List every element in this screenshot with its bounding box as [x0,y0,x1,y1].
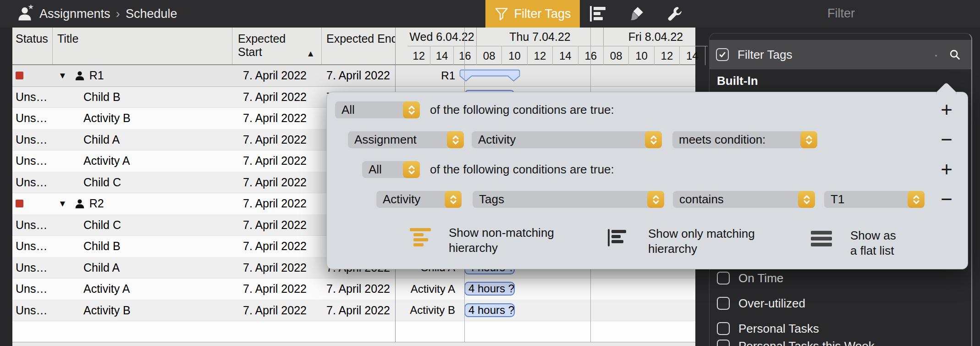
chevron-up-down-icon[interactable] [908,191,925,208]
add-condition-button[interactable]: + [936,158,957,180]
row-title: Activity A [53,154,130,167]
cell-title: Child C [53,215,232,236]
chevron-up-down-icon[interactable] [403,161,420,178]
gantt-hour-label: 16 [705,46,708,65]
condition-select[interactable]: All [335,101,420,118]
condition-row-text: of the following conditions are true: [430,101,614,118]
display-option-only-matching[interactable]: Show only matching hierarchy [608,229,755,257]
sidebar-filter-item[interactable]: On Time [710,268,971,288]
filter-tags-checkbox[interactable] [716,48,729,61]
remove-condition-button[interactable]: − [936,188,957,210]
breadcrumb[interactable]: ★ Assignments › Schedule [17,0,177,28]
condition-select[interactable]: Activity [376,191,462,208]
sidebar-filter-item[interactable]: Over-utilized [710,293,971,313]
condition-select[interactable]: T1 [824,191,925,208]
cell-expected-start: 7. April 2022 [232,172,322,193]
disclosure-triangle-icon[interactable]: ▼ [58,71,67,81]
status-text: Uns… [16,154,47,167]
cell-gantt: Activity B4 hours ? [395,300,695,321]
chevron-up-down-icon[interactable] [403,101,420,118]
cell-expected-end: 7. April 2022 [322,300,395,321]
checkmark-icon [718,50,727,59]
person-icon [75,71,85,81]
cell-title: Activity B [53,300,232,321]
row-title: R2 [89,197,104,210]
chevron-up-down-icon[interactable] [800,131,817,148]
gantt-row-label: Activity B [395,300,460,321]
section-heading-built-in: Built-In [717,74,758,88]
display-option-label: Show as a flat list [850,228,896,258]
wrench-glyph [666,6,683,22]
select-value: T1 [824,192,908,206]
display-option-flat-list[interactable]: Show as a flat list [811,231,896,258]
column-header-title[interactable]: Title [53,28,232,64]
display-option-non-matching[interactable]: Show non-matching hierarchy [410,228,554,256]
cell-expected-start: 7. April 2022 [232,65,322,86]
horizontal-scrollbar-track[interactable] [12,342,695,346]
column-header-status[interactable]: Status [12,28,53,64]
status-text: Uns… [16,90,47,104]
condition-select[interactable]: Assignment [348,131,464,148]
sidebar-filter-item[interactable]: Personal Tasks this Week [710,336,971,346]
summary-bar[interactable] [459,69,520,84]
gantt-day-label: Thu 7.04.22 [477,28,604,46]
column-header-expected-end[interactable]: Expected End [322,28,395,64]
row-title: R1 [89,69,104,82]
chevron-up-down-icon[interactable] [445,191,462,208]
gantt-hour-label: 12 [528,46,553,65]
table-row[interactable]: Uns…Activity B7. April 20227. April 2022… [12,300,695,322]
chevron-up-down-icon[interactable] [447,131,464,148]
breadcrumb-item-schedule[interactable]: Schedule [126,7,177,21]
condition-select[interactable]: meets condition: [672,131,817,148]
filter-item-label: Personal Tasks [738,322,819,336]
cell-gantt: Activity A4 hours ? [395,279,695,300]
cell-status [12,193,53,214]
chevron-up-down-icon[interactable] [645,131,662,148]
hierarchy-icon[interactable] [585,0,611,28]
select-value: All [335,103,403,117]
cell-title: Activity A [53,151,232,172]
table-row[interactable]: ▼R17. April 20227. April 2022R1 [12,65,695,87]
row-title: Child C [53,218,121,232]
filter-item-checkbox[interactable] [717,340,730,346]
filter-item-checkbox[interactable] [717,272,730,285]
task-bar[interactable]: 4 hours ? [464,282,515,296]
chevron-up-down-icon[interactable] [647,191,664,208]
gantt-hour-label: 12 [655,46,680,65]
row-title: Child A [53,261,120,274]
filter-tags-panel-header[interactable]: Filter Tags · [710,40,971,69]
breadcrumb-item-assignments[interactable]: Assignments [39,7,110,21]
remove-condition-button[interactable]: − [936,128,957,151]
chevron-up-down-icon[interactable] [798,191,815,208]
row-title: Activity A [53,282,130,296]
sort-ascending-icon[interactable]: ▲ [306,47,315,60]
condition-select[interactable]: Tags [473,191,664,208]
cell-status: Uns… [12,108,53,129]
cell-title: Activity B [53,108,232,129]
column-header-expected-start[interactable]: Expected Start ▲ [232,28,322,64]
cell-expected-start: 7. April 2022 [232,151,322,172]
task-bar[interactable]: 4 hours ? [464,303,515,317]
funnel-icon [494,6,509,21]
search-icon[interactable] [948,48,961,61]
condition-row-text: of the following conditions are true: [430,161,614,178]
add-condition-button[interactable]: + [936,99,957,121]
condition-select[interactable]: contains [673,191,815,208]
display-option-label: Show only matching hierarchy [648,226,755,257]
condition-select[interactable]: Activity [472,131,662,148]
filter-tags-button[interactable]: Filter Tags [485,0,580,28]
disclosure-triangle-icon[interactable]: ▼ [58,199,67,209]
brush-icon[interactable] [623,0,649,28]
filter-item-checkbox[interactable] [717,297,730,310]
filter-item-checkbox[interactable] [717,322,730,335]
table-row[interactable]: Uns…Activity A7. April 20227. April 2022… [12,279,695,300]
cell-title: Child C [53,172,232,193]
cell-title: Child B [53,87,232,108]
condition-select[interactable]: All [362,161,420,178]
status-text: Uns… [16,261,47,274]
cell-expected-start: 7. April 2022 [232,257,322,279]
wrench-icon[interactable] [662,0,688,28]
cell-expected-start: 7. April 2022 [232,300,322,321]
cell-expected-end: 7. April 2022 [322,65,395,86]
cell-title: Child B [53,236,232,257]
